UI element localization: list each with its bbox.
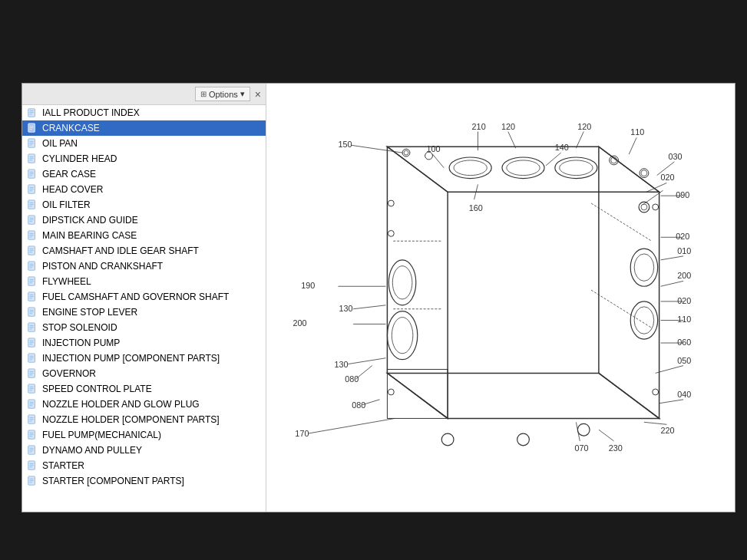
sidebar-item-fuel-camshaft-and-governor-shaft[interactable]: FUEL CAMSHAFT AND GOVERNOR SHAFT bbox=[22, 289, 266, 305]
svg-text:080: 080 bbox=[352, 400, 365, 410]
sidebar-item-label: STARTER [COMPONENT PARTS] bbox=[42, 476, 184, 486]
sidebar-item-flywheel[interactable]: FLYWHEEL bbox=[22, 274, 266, 289]
document-icon bbox=[25, 168, 39, 180]
diagram-container: 210 120 120 110 030 090 020 bbox=[266, 84, 735, 512]
svg-text:120: 120 bbox=[577, 122, 591, 131]
document-icon bbox=[25, 260, 39, 272]
sidebar-item-label: NOZZLE HOLDER [COMPONENT PARTS] bbox=[42, 414, 220, 425]
svg-text:100: 100 bbox=[427, 144, 441, 153]
svg-text:090: 090 bbox=[676, 190, 689, 199]
sidebar-item-nozzle-holder-component-parts[interactable]: NOZZLE HOLDER [COMPONENT PARTS] bbox=[22, 412, 266, 427]
sidebar-item-fuel-pump-mechanical[interactable]: FUEL PUMP(MECHANICAL) bbox=[22, 427, 266, 443]
svg-text:080: 080 bbox=[345, 374, 359, 384]
sidebar-item-label: ENGINE STOP LEVER bbox=[42, 307, 137, 318]
svg-text:170: 170 bbox=[295, 429, 309, 438]
sidebar-item-oil-pan[interactable]: OIL PAN bbox=[22, 136, 266, 151]
sidebar-item-label: CAMSHAFT AND IDLE GEAR SHAFT bbox=[42, 245, 199, 256]
document-icon bbox=[25, 183, 39, 196]
close-button[interactable]: × bbox=[255, 89, 261, 100]
sidebar-item-nozzle-holder-and-glow-plug[interactable]: NOZZLE HOLDER AND GLOW PLUG bbox=[22, 397, 266, 412]
document-icon bbox=[25, 337, 39, 349]
sidebar-item-label: INJECTION PUMP bbox=[42, 338, 120, 348]
svg-text:210: 210 bbox=[472, 122, 486, 131]
options-button[interactable]: ⊞ Options ▾ bbox=[195, 87, 250, 101]
document-icon bbox=[25, 275, 39, 288]
options-dropdown-icon: ▾ bbox=[240, 89, 245, 99]
svg-text:200: 200 bbox=[677, 271, 691, 280]
document-icon bbox=[25, 153, 39, 165]
document-icon bbox=[25, 413, 39, 426]
document-icon bbox=[25, 291, 39, 303]
sidebar-item-label: SPEED CONTROL PLATE bbox=[42, 384, 152, 394]
engine-diagram: 210 120 120 110 030 090 020 bbox=[266, 84, 735, 512]
svg-text:020: 020 bbox=[676, 232, 689, 241]
sidebar-item-injection-pump-component-parts[interactable]: INJECTION PUMP [COMPONENT PARTS] bbox=[22, 351, 266, 366]
sidebar-header: ⊞ Options ▾ × bbox=[22, 84, 266, 105]
svg-rect-0 bbox=[28, 109, 35, 117]
document-icon bbox=[25, 444, 39, 456]
sidebar-item-stop-solenoid[interactable]: STOP SOLENOID bbox=[22, 320, 266, 335]
options-icon: ⊞ bbox=[200, 90, 207, 98]
sidebar-item-camshaft-and-idle-gear-shaft[interactable]: CAMSHAFT AND IDLE GEAR SHAFT bbox=[22, 243, 266, 259]
sidebar-item-label: IALL PRODUCT INDEX bbox=[42, 107, 140, 118]
sidebar-scroll[interactable]: IALL PRODUCT INDEX CRANKCASE OIL PAN CYL… bbox=[22, 105, 266, 512]
svg-text:220: 220 bbox=[661, 426, 675, 435]
sidebar-item-governor[interactable]: GOVERNOR bbox=[22, 366, 266, 381]
document-icon bbox=[25, 199, 39, 211]
document-icon bbox=[25, 137, 39, 150]
sidebar-item-main-bearing-case[interactable]: MAIN BEARING CASE bbox=[22, 228, 266, 243]
svg-text:010: 010 bbox=[677, 246, 691, 255]
document-icon bbox=[25, 367, 39, 380]
sidebar-item-oil-filter[interactable]: OIL FILTER bbox=[22, 197, 266, 212]
sidebar-item-label: INJECTION PUMP [COMPONENT PARTS] bbox=[42, 353, 220, 364]
document-icon bbox=[25, 352, 39, 364]
sidebar-item-crankcase[interactable]: CRANKCASE bbox=[22, 120, 266, 136]
sidebar-item-label: PISTON AND CRANKSHAFT bbox=[42, 261, 163, 272]
main-window: ⊞ Options ▾ × IALL PRODUCT INDEX CRANKCA… bbox=[21, 83, 735, 512]
svg-text:060: 060 bbox=[677, 338, 691, 347]
document-icon bbox=[25, 122, 39, 134]
sidebar-item-label: OIL PAN bbox=[42, 138, 78, 149]
sidebar-item-iall-product-index[interactable]: IALL PRODUCT INDEX bbox=[22, 105, 266, 120]
sidebar-item-injection-pump[interactable]: INJECTION PUMP bbox=[22, 335, 266, 351]
document-icon bbox=[25, 229, 39, 242]
sidebar-item-label: GOVERNOR bbox=[42, 368, 96, 379]
svg-text:130: 130 bbox=[335, 360, 349, 369]
sidebar-item-label: NOZZLE HOLDER AND GLOW PLUG bbox=[42, 399, 200, 410]
sidebar: ⊞ Options ▾ × IALL PRODUCT INDEX CRANKCA… bbox=[22, 84, 266, 512]
svg-text:110: 110 bbox=[677, 315, 691, 324]
document-icon bbox=[25, 321, 39, 334]
svg-text:140: 140 bbox=[555, 143, 569, 152]
sidebar-item-speed-control-plate[interactable]: SPEED CONTROL PLATE bbox=[22, 381, 266, 397]
svg-text:130: 130 bbox=[339, 304, 352, 313]
sidebar-item-piston-and-crankshaft[interactable]: PISTON AND CRANKSHAFT bbox=[22, 259, 266, 274]
sidebar-item-label: STOP SOLENOID bbox=[42, 322, 117, 333]
sidebar-item-head-cover[interactable]: HEAD COVER bbox=[22, 182, 266, 197]
svg-text:150: 150 bbox=[338, 140, 352, 149]
svg-text:160: 160 bbox=[469, 203, 483, 212]
document-icon bbox=[25, 429, 39, 441]
sidebar-item-dynamo-and-pulley[interactable]: DYNAMO AND PULLEY bbox=[22, 443, 266, 458]
svg-text:030: 030 bbox=[668, 152, 682, 161]
sidebar-item-starter[interactable]: STARTER bbox=[22, 458, 266, 473]
sidebar-item-label: FUEL CAMSHAFT AND GOVERNOR SHAFT bbox=[42, 292, 229, 302]
sidebar-item-label: FUEL PUMP(MECHANICAL) bbox=[42, 430, 161, 440]
document-icon bbox=[25, 475, 39, 487]
svg-text:110: 110 bbox=[630, 127, 644, 137]
document-icon bbox=[25, 398, 39, 410]
sidebar-item-starter-component-parts[interactable]: STARTER [COMPONENT PARTS] bbox=[22, 473, 266, 489]
sidebar-item-dipstick-and-guide[interactable]: DIPSTICK AND GUIDE bbox=[22, 212, 266, 228]
sidebar-item-label: CYLINDER HEAD bbox=[42, 153, 117, 164]
sidebar-item-cylinder-head[interactable]: CYLINDER HEAD bbox=[22, 151, 266, 166]
svg-text:020: 020 bbox=[677, 296, 691, 305]
document-icon bbox=[25, 306, 39, 318]
sidebar-item-label: STARTER bbox=[42, 460, 84, 471]
document-icon bbox=[25, 214, 39, 226]
sidebar-item-label: CRANKCASE bbox=[42, 123, 100, 133]
sidebar-item-engine-stop-lever[interactable]: ENGINE STOP LEVER bbox=[22, 305, 266, 320]
sidebar-item-label: FLYWHEEL bbox=[42, 276, 91, 287]
svg-text:040: 040 bbox=[677, 390, 691, 399]
sidebar-item-gear-case[interactable]: GEAR CASE bbox=[22, 166, 266, 182]
document-icon bbox=[25, 460, 39, 472]
content-area: 210 120 120 110 030 090 020 bbox=[266, 84, 735, 512]
